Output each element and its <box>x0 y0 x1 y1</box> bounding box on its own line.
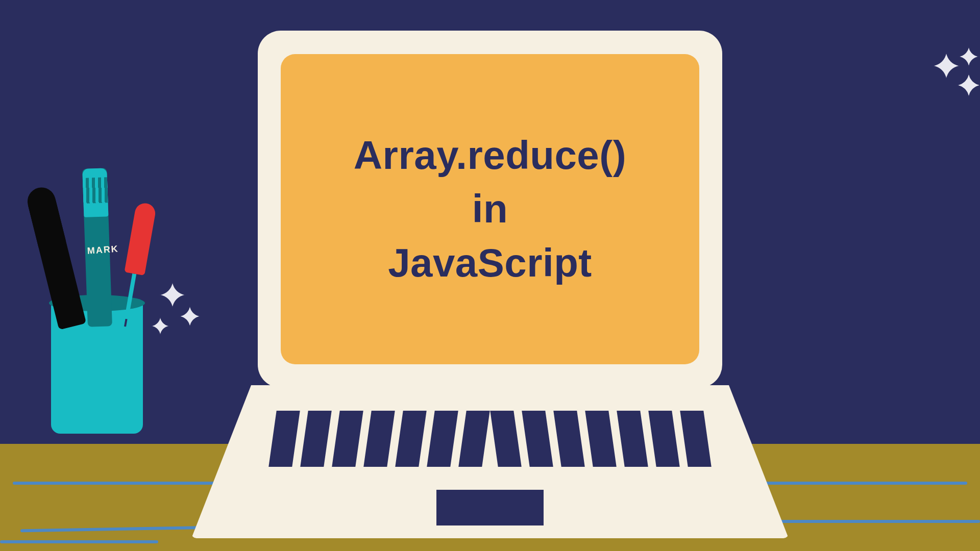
pen-black-icon <box>25 187 86 330</box>
key <box>427 411 458 467</box>
title-line-2: in <box>472 186 508 231</box>
title-text: Array.reduce() in JavaScript <box>354 129 626 290</box>
pen-cup-group: MARK <box>51 301 143 434</box>
table-line <box>761 520 980 523</box>
laptop-screen-bezel: Array.reduce() in JavaScript <box>258 31 722 388</box>
key <box>585 411 616 467</box>
key <box>268 411 300 467</box>
marker-label: MARK <box>87 244 119 257</box>
key <box>553 411 584 467</box>
sparkle-icon <box>958 46 979 67</box>
sparkle-icon <box>151 316 170 336</box>
title-line-3: JavaScript <box>388 240 592 285</box>
table-line <box>20 526 214 533</box>
title-line-1: Array.reduce() <box>354 133 626 178</box>
sparkle-icon <box>956 72 980 98</box>
laptop-screen: Array.reduce() in JavaScript <box>281 54 699 364</box>
pen-red-icon <box>115 202 157 328</box>
laptop-base <box>191 385 789 538</box>
trackpad <box>436 490 544 525</box>
key <box>300 411 331 467</box>
key <box>395 411 426 467</box>
laptop-icon: Array.reduce() in JavaScript <box>191 31 789 538</box>
key <box>522 411 553 467</box>
key <box>490 411 521 467</box>
key <box>332 411 363 467</box>
pen-teal-icon: MARK <box>82 168 112 327</box>
key <box>617 411 648 467</box>
key <box>458 411 489 467</box>
key <box>680 411 711 467</box>
key <box>363 411 395 467</box>
table-line <box>0 540 158 543</box>
key <box>648 411 679 467</box>
keyboard <box>273 411 707 467</box>
